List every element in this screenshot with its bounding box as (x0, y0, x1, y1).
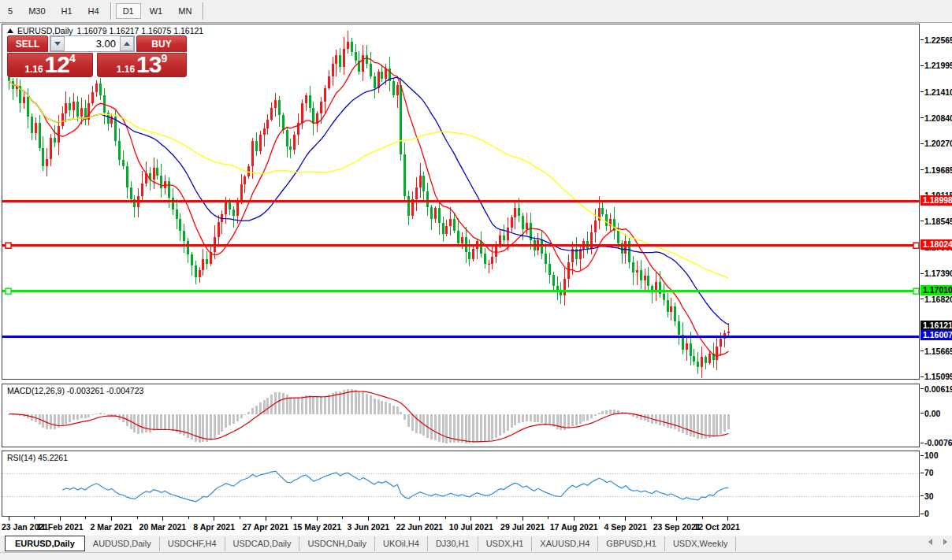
chart-tab-usdx-weekly[interactable]: USDX,Weekly (665, 536, 736, 551)
chart-tab-usdcad-daily[interactable]: USDCAD,Daily (225, 536, 300, 551)
buy-button[interactable]: BUY (136, 35, 187, 52)
date-tick (111, 517, 112, 521)
trading-terminal: 5M30H1H4D1W1MN EURUSD,Daily 1.16079 1.16… (0, 0, 952, 560)
macd-tick-label: 0.006193 (924, 384, 952, 394)
date-tick-label: 4 Sep 2021 (604, 522, 646, 532)
candlestick-chart[interactable] (2, 24, 919, 380)
axis-tick (920, 91, 924, 92)
axis-tick (920, 376, 924, 377)
toolbar-separator (110, 2, 112, 20)
price-tick-label: 1.15665 (924, 347, 952, 356)
buy-price-pip: 9 (161, 54, 167, 62)
sell-button[interactable]: SELL (7, 35, 48, 52)
collapse-trade-panel-icon[interactable] (7, 28, 13, 33)
macd-signal-line (9, 391, 729, 442)
status-bar (0, 552, 952, 560)
date-tick (162, 517, 163, 521)
chart-tab-xauusd-h4[interactable]: XAUUSD,H4 (532, 536, 598, 551)
date-tick-label: 3 Jun 2021 (347, 522, 389, 532)
price-level-badge-1.16007[interactable]: 1.16007 (920, 330, 952, 340)
date-tick (676, 517, 677, 521)
chart-tab-ukoil-h4[interactable]: UKOil,H4 (375, 536, 428, 551)
date-tick (574, 517, 575, 521)
date-tick (394, 517, 395, 519)
price-level-badge-1.17010[interactable]: 1.17010 (920, 285, 952, 295)
volume-decrease-button[interactable] (50, 36, 65, 51)
timeframe-button-h1[interactable]: H1 (54, 3, 80, 19)
chart-tab-usdx-h1[interactable]: USDX,H1 (478, 536, 533, 551)
rsi-indicator-pane[interactable]: RSI(14) 45.2261 (2, 451, 920, 517)
timeframe-button-m30[interactable]: M30 (21, 3, 52, 19)
price-tick-label: 1.17390 (924, 269, 952, 278)
price-level-badge-1.18998[interactable]: 1.18998 (920, 195, 952, 206)
chart-tab-eurusd-daily[interactable]: EURUSD,Daily (5, 536, 85, 551)
volume-spinner: 3.00 (50, 35, 135, 52)
triangle-up-icon (124, 42, 130, 46)
axis-tick (920, 39, 924, 40)
one-click-trading-widget: SELL 3.00 BUY 1.16 12 4 1.16 13 9 (7, 35, 187, 77)
date-tick (137, 517, 138, 519)
chart-tab-dj30-h1[interactable]: DJ30,H1 (428, 536, 478, 551)
price-tick-label: 1.20840 (924, 113, 952, 123)
date-tick (599, 517, 600, 519)
main-chart-pane[interactable]: EURUSD,Daily 1.16079 1.16217 1.16075 1.1… (2, 24, 920, 380)
timeframe-button-mn[interactable]: MN (171, 3, 199, 19)
date-tick (291, 517, 292, 519)
chart-symbol-label: EURUSD,Daily (17, 26, 73, 35)
rsi-tick-label: 100 (924, 451, 939, 460)
toolbar-separator (203, 2, 204, 20)
date-tick (368, 517, 369, 521)
timeframe-button-w1[interactable]: W1 (143, 3, 170, 19)
date-tick (470, 517, 471, 521)
date-tick-label: 2 Mar 2021 (90, 522, 132, 532)
volume-input[interactable]: 3.00 (65, 36, 120, 51)
date-tick (317, 517, 318, 521)
macd-label: MACD(12,26,9) -0.003261 -0.004723 (7, 386, 143, 395)
date-tick (522, 517, 523, 521)
date-tick-label: 10 Jul 2021 (449, 522, 493, 532)
date-tick (445, 517, 446, 519)
date-tick-label: 8 Apr 2021 (193, 522, 235, 532)
axis-tick (920, 273, 924, 274)
tab-scroll-left-icon[interactable] (928, 539, 932, 545)
date-tick (85, 517, 86, 519)
chart-tab-usdchf-h4[interactable]: USDCHF,H4 (160, 536, 225, 551)
rsi-tick-label: 70 (924, 468, 934, 477)
sell-price-pip: 4 (69, 54, 76, 62)
date-tick-label: 22 Jun 2021 (396, 522, 444, 532)
date-tick-label: 15 May 2021 (293, 522, 341, 532)
timeframe-button-d1[interactable]: D1 (116, 3, 141, 19)
price-tick-label: 1.21995 (924, 61, 952, 70)
axis-tick (920, 143, 924, 144)
macd-indicator-pane[interactable]: MACD(12,26,9) -0.003261 -0.004723 (2, 384, 920, 447)
moving-average-10 (9, 58, 729, 356)
date-tick-label: 29 Jul 2021 (500, 522, 545, 532)
price-level-badge-1.18024[interactable]: 1.18024 (920, 239, 952, 250)
price-tick-label: 1.19685 (924, 165, 952, 175)
date-tick-label: 17 Aug 2021 (550, 522, 598, 532)
date-tick (9, 517, 9, 521)
date-tick (496, 517, 497, 519)
volume-increase-button[interactable] (120, 36, 134, 51)
timeframe-button-h4[interactable]: H4 (81, 3, 106, 19)
axis-tick (920, 350, 924, 351)
sell-price-panel[interactable]: 1.16 12 4 (7, 53, 93, 77)
chart-tab-usdcnh-daily[interactable]: USDCNH,Daily (299, 536, 375, 551)
chart-title: EURUSD,Daily 1.16079 1.16217 1.16075 1.1… (7, 26, 203, 35)
date-tick (34, 517, 35, 519)
date-tick (342, 517, 343, 519)
date-tick (266, 517, 266, 521)
date-tick (702, 517, 703, 519)
candles-layer (8, 31, 730, 378)
date-tick (240, 517, 240, 519)
timeframe-button-5[interactable]: 5 (1, 3, 20, 19)
tab-scroll-right-icon[interactable] (943, 539, 947, 545)
chart-tab-bar: EURUSD,DailyAUDUSD,DailyUSDCHF,H4USDCAD,… (0, 535, 952, 552)
macd-tick-label: -0.007621 (924, 438, 952, 447)
buy-price-panel[interactable]: 1.16 13 9 (97, 53, 187, 77)
chart-tab-audusd-daily[interactable]: AUDUSD,Daily (85, 536, 160, 551)
buy-price-big: 13 (136, 54, 161, 75)
chart-tab-gbpusd-h1[interactable]: GBPUSD,H1 (598, 536, 665, 551)
date-tick (60, 517, 61, 521)
sell-price-big: 12 (45, 54, 69, 75)
